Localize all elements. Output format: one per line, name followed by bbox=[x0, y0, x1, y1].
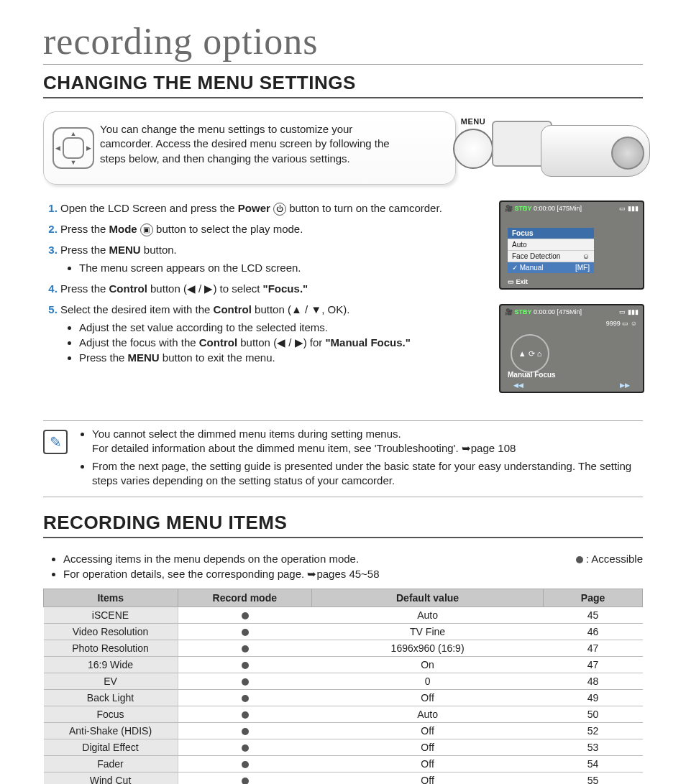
cell-item: iSCENE bbox=[44, 607, 178, 624]
th-default-value: Default value bbox=[312, 589, 544, 607]
cell-record-mode bbox=[178, 773, 312, 785]
dpad-icon: ▲▼◀▶ bbox=[52, 127, 94, 169]
th-record-mode: Record mode bbox=[178, 589, 312, 607]
step-2: Press the Mode ▣ button to select the pl… bbox=[60, 221, 485, 236]
cell-record-mode bbox=[178, 673, 312, 690]
cell-page: 47 bbox=[544, 640, 643, 657]
cell-default: Off bbox=[312, 723, 544, 739]
accessible-dot-icon bbox=[242, 629, 249, 636]
table-row: 16:9 WideOn47 bbox=[44, 657, 643, 673]
lcd-option-auto: Auto bbox=[508, 239, 594, 250]
table-row: Anti-Shake (HDIS)Off52 bbox=[44, 723, 643, 739]
table-row: FocusAuto50 bbox=[44, 706, 643, 723]
lcd-option-face-detection: Face Detection☺ bbox=[508, 250, 594, 262]
accessible-dot-icon bbox=[242, 778, 249, 784]
left-arrow-icon: ◀◀ bbox=[513, 382, 523, 389]
cell-record-mode bbox=[178, 607, 312, 624]
cell-page: 45 bbox=[544, 607, 643, 624]
table-row: FaderOff54 bbox=[44, 756, 643, 773]
right-arrow-icon: ▶▶ bbox=[620, 382, 630, 389]
accessible-dot-icon bbox=[242, 695, 249, 702]
step-1: Open the LCD Screen and press the Power … bbox=[60, 200, 485, 216]
accessible-dot-icon bbox=[242, 678, 249, 686]
manual-focus-label: Manual Focus bbox=[508, 371, 556, 379]
cell-page: 50 bbox=[544, 706, 643, 723]
table-row: Photo Resolution1696x960 (16:9)47 bbox=[44, 640, 643, 657]
step-4: Press the Control button (◀ / ▶) to sele… bbox=[60, 281, 485, 296]
step-3-sub: The menu screen appears on the LCD scree… bbox=[79, 260, 485, 275]
table-row: Video ResolutionTV Fine46 bbox=[44, 624, 643, 640]
accessible-legend: : Accessible bbox=[576, 551, 643, 566]
cell-default: 1696x960 (16:9) bbox=[312, 640, 544, 657]
lcd-menu-title: Focus bbox=[508, 228, 594, 239]
cell-default: Off bbox=[312, 739, 544, 756]
power-icon: ⏻ bbox=[273, 203, 286, 216]
cell-item: Digital Effect bbox=[44, 739, 178, 756]
cell-record-mode bbox=[178, 657, 312, 673]
cell-record-mode bbox=[178, 706, 312, 723]
accessible-dot-icon bbox=[242, 761, 249, 768]
intro-text: You can change the menu settings to cust… bbox=[100, 123, 390, 165]
steps-list: Open the LCD Screen and press the Power … bbox=[43, 200, 485, 365]
step-5: Select the desired item with the Control… bbox=[60, 302, 485, 365]
lcd-screenshot-focus-menu: 🎥 STBY 0:00:00 [475Min] ▭ ▮▮▮ Focus Auto… bbox=[499, 200, 644, 290]
accessible-dot-icon bbox=[242, 728, 249, 735]
section-recording-menu-items: RECORDING MENU ITEMS bbox=[43, 512, 643, 538]
camcorder-illustration bbox=[492, 108, 650, 187]
note-1: You cannot select the dimmed menu items … bbox=[92, 427, 643, 456]
cell-record-mode bbox=[178, 756, 312, 773]
table-row: EV048 bbox=[44, 673, 643, 690]
step-5-sub1: Adjust the set value according to the se… bbox=[79, 320, 485, 335]
notes-block: ✎ You cannot select the dimmed menu item… bbox=[43, 420, 643, 497]
card-icon: ▭ ▮▮▮ bbox=[619, 308, 639, 315]
step-5-sub2: Adjust the focus with the Control button… bbox=[79, 335, 485, 350]
card-icon: ▭ ▮▮▮ bbox=[619, 205, 639, 212]
cell-item: Video Resolution bbox=[44, 624, 178, 640]
th-page: Page bbox=[544, 589, 643, 607]
cell-default: Auto bbox=[312, 607, 544, 624]
cell-page: 49 bbox=[544, 690, 643, 706]
step-5-sub3: Press the MENU button to exit the menu. bbox=[79, 350, 485, 365]
cell-item: Back Light bbox=[44, 690, 178, 706]
cell-item: Anti-Shake (HDIS) bbox=[44, 723, 178, 739]
accessible-dot-icon bbox=[242, 744, 249, 752]
cell-item: EV bbox=[44, 673, 178, 690]
note-icon: ✎ bbox=[43, 430, 68, 454]
cell-record-mode bbox=[178, 723, 312, 739]
step-3: Press the MENU button. The menu screen a… bbox=[60, 242, 485, 275]
focus-ring-icon: ▲ ⟳ ⌂ bbox=[511, 334, 549, 373]
cell-item: Photo Resolution bbox=[44, 640, 178, 657]
chapter-title: recording options bbox=[43, 20, 643, 65]
cell-page: 55 bbox=[544, 773, 643, 785]
menu-button-circle-icon bbox=[453, 129, 493, 169]
cell-default: TV Fine bbox=[312, 624, 544, 640]
cell-page: 53 bbox=[544, 739, 643, 756]
cell-record-mode bbox=[178, 739, 312, 756]
cell-page: 48 bbox=[544, 673, 643, 690]
intro-box: ▲▼◀▶ You can change the menu settings to… bbox=[43, 111, 456, 185]
cell-item: Focus bbox=[44, 706, 178, 723]
lcd-screenshot-manual-focus: 🎥 STBY 0:00:00 [475Min] ▭ ▮▮▮ 9999 ▭ ☺ ▲… bbox=[499, 304, 644, 393]
pre-table-b2: For operation details, see the correspon… bbox=[63, 566, 643, 581]
cell-record-mode bbox=[178, 624, 312, 640]
cell-default: On bbox=[312, 657, 544, 673]
accessible-dot-icon bbox=[576, 556, 583, 563]
table-row: iSCENEAuto45 bbox=[44, 607, 643, 624]
table-row: Digital EffectOff53 bbox=[44, 739, 643, 756]
cell-item: Fader bbox=[44, 756, 178, 773]
pre-table-notes: : Accessible Accessing items in the menu… bbox=[43, 551, 643, 581]
accessible-dot-icon bbox=[242, 662, 249, 669]
cell-default: 0 bbox=[312, 673, 544, 690]
cell-page: 52 bbox=[544, 723, 643, 739]
accessible-dot-icon bbox=[242, 711, 249, 719]
cell-default: Off bbox=[312, 756, 544, 773]
cell-page: 54 bbox=[544, 756, 643, 773]
th-items: Items bbox=[44, 589, 178, 607]
cell-record-mode bbox=[178, 640, 312, 657]
mode-icon: ▣ bbox=[140, 223, 153, 236]
cell-page: 47 bbox=[544, 657, 643, 673]
cell-default: Auto bbox=[312, 706, 544, 723]
cell-item: Wind Cut bbox=[44, 773, 178, 785]
cell-record-mode bbox=[178, 690, 312, 706]
lcd-option-manual: ✓ Manual[MF] bbox=[508, 262, 594, 273]
